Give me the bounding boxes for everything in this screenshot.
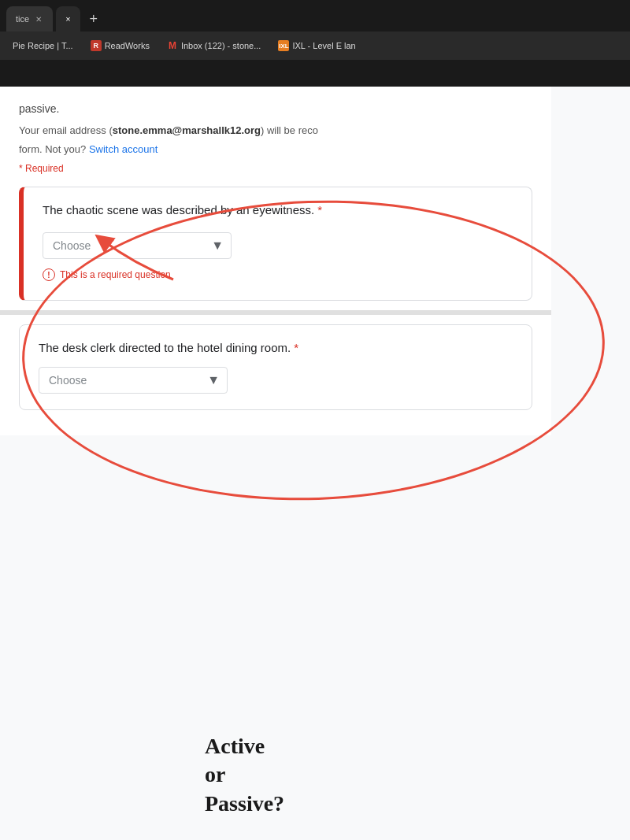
email-suffix: ) will be reco bbox=[261, 124, 318, 136]
tab-2-title: × bbox=[65, 14, 70, 24]
ixl-icon: IXL bbox=[278, 40, 289, 51]
tab-bar: tice ✕ × + bbox=[0, 0, 630, 31]
page-content: passive. Your email address (stone.emma@… bbox=[0, 87, 630, 840]
switch-account-link[interactable]: Switch account bbox=[89, 143, 158, 155]
bookmark-gmail[interactable]: M Inbox (122) - stone... bbox=[161, 37, 268, 54]
email-prefix: Your email address ( bbox=[19, 124, 113, 136]
email-address: stone.emma@marshallk12.org bbox=[113, 124, 261, 136]
required-label: * Required bbox=[19, 163, 532, 174]
required-star-2: * bbox=[294, 341, 298, 354]
question-2-card: The desk clerk directed to the hotel din… bbox=[19, 324, 532, 410]
email-info: Your email address (stone.emma@marshallk… bbox=[19, 123, 532, 139]
tab-1-close-icon[interactable]: ✕ bbox=[34, 13, 43, 25]
question-2-dropdown[interactable]: Choose Active Passive bbox=[39, 367, 228, 394]
tab-1-title: tice bbox=[16, 14, 29, 24]
question-2-text: The desk clerk directed to the hotel din… bbox=[39, 341, 513, 354]
bookmark-pie-recipe-label: Pie Recipe | T... bbox=[13, 41, 73, 50]
not-you-text: form. Not you? bbox=[19, 143, 86, 155]
question-1-card: The chaotic scene was described by an ey… bbox=[19, 187, 532, 301]
tab-2[interactable]: × bbox=[56, 6, 80, 31]
browser-chrome: tice ✕ × + Pie Recipe | T... R ReadWorks… bbox=[0, 0, 630, 87]
passive-fragment: passive. bbox=[19, 102, 532, 115]
required-star-1: * bbox=[317, 203, 322, 216]
question-1-dropdown-wrapper: Choose Active Passive ▼ bbox=[43, 232, 232, 259]
question-2-dropdown-wrapper: Choose Active Passive ▼ bbox=[39, 367, 228, 394]
form-container: passive. Your email address (stone.emma@… bbox=[0, 87, 551, 435]
error-icon-1: ! bbox=[43, 268, 55, 281]
handwritten-line3: Passive? bbox=[205, 790, 284, 818]
question-1-text: The chaotic scene was described by an ey… bbox=[43, 203, 513, 216]
bookmark-readworks-label: ReadWorks bbox=[105, 41, 150, 50]
bookmarks-bar: Pie Recipe | T... R ReadWorks M Inbox (1… bbox=[0, 31, 630, 60]
error-text-1: This is a required question bbox=[60, 269, 171, 280]
separator-band bbox=[0, 310, 551, 315]
handwritten-annotation: Active or Passive? bbox=[205, 732, 284, 818]
handwritten-line1: Active bbox=[205, 732, 284, 760]
tab-1[interactable]: tice ✕ bbox=[6, 6, 53, 31]
bookmark-ixl-label: IXL - Level E lan bbox=[292, 41, 355, 50]
new-tab-button[interactable]: + bbox=[83, 11, 105, 28]
error-message-1: ! This is a required question bbox=[43, 268, 513, 281]
bookmark-ixl[interactable]: IXL IXL - Level E lan bbox=[272, 37, 361, 54]
bookmark-readworks[interactable]: R ReadWorks bbox=[84, 37, 156, 54]
bookmark-gmail-label: Inbox (122) - stone... bbox=[181, 41, 261, 50]
gmail-icon: M bbox=[167, 40, 178, 51]
readworks-icon: R bbox=[91, 40, 102, 51]
bookmark-pie-recipe[interactable]: Pie Recipe | T... bbox=[6, 38, 80, 54]
handwritten-line2: or bbox=[205, 760, 284, 789]
question-1-dropdown[interactable]: Choose Active Passive bbox=[43, 232, 232, 259]
email-info-line2: form. Not you? Switch account bbox=[19, 142, 532, 157]
